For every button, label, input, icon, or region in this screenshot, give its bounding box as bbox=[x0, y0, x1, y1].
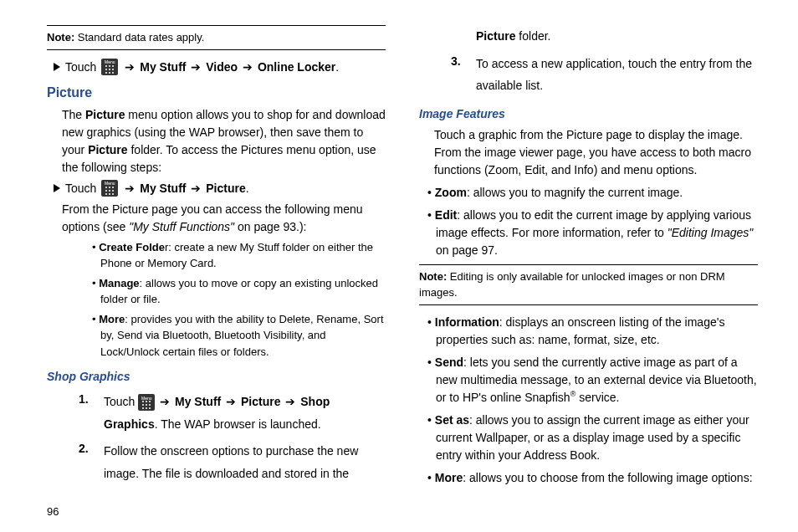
page-content: Note: Standard data rates apply. Touch M… bbox=[0, 0, 798, 510]
bullet-edit: • Edit: allows you to edit the current i… bbox=[427, 207, 758, 259]
period: . bbox=[335, 60, 339, 74]
bullet-zoom: • Zoom: allows you to magnify the curren… bbox=[427, 184, 758, 202]
step-3: 3. To access a new application, touch th… bbox=[451, 53, 758, 97]
image-features-list-2: • Information: displays an onscreen list… bbox=[427, 314, 758, 487]
menu-grid-icon: Menu bbox=[101, 59, 118, 75]
step-arrow-icon bbox=[54, 63, 60, 71]
arrow-sep: ➔ bbox=[187, 60, 204, 74]
bullet-send: • Send: lets you send the currently acti… bbox=[427, 354, 758, 407]
menu-grid-icon: Menu bbox=[101, 180, 118, 197]
arrow-sep: ➔ bbox=[187, 182, 204, 195]
nav-video: Video bbox=[206, 60, 238, 74]
picture-intro: The Picture menu option allows you to sh… bbox=[62, 106, 386, 176]
heading-image-features: Image Features bbox=[419, 105, 758, 123]
image-features-intro: Touch a graphic from the Picture page to… bbox=[434, 126, 758, 179]
page-number: 96 bbox=[47, 505, 59, 518]
nav-online-locker: Online Locker bbox=[258, 60, 335, 74]
bullet-set-as: • Set as: allows you to assign the curre… bbox=[427, 412, 758, 464]
bullet-manage: • Manage: allows you to move or copy an … bbox=[92, 275, 386, 308]
arrow-sep: ➔ bbox=[125, 182, 138, 195]
nav-mystuff: My Stuff bbox=[140, 182, 186, 195]
bullet-more-image: • More: allows you to choose from the fo… bbox=[427, 469, 758, 487]
ref-editing-images: "Editing Images" bbox=[668, 226, 754, 239]
touch-label: Touch bbox=[65, 180, 96, 197]
heading-shop-graphics: Shop Graphics bbox=[47, 368, 386, 386]
step-arrow-icon bbox=[54, 184, 60, 192]
arrow-sep: ➔ bbox=[125, 60, 138, 74]
bullet-information: • Information: displays an onscreen list… bbox=[427, 314, 758, 349]
note-editing-unlocked: Note: Editing is only available for unlo… bbox=[419, 264, 758, 305]
note-label: Note: bbox=[419, 270, 447, 283]
note-text: Editing is only available for unlocked i… bbox=[419, 270, 725, 299]
image-features-list-1: • Zoom: allows you to magnify the curren… bbox=[427, 184, 758, 259]
arrow-sep: ➔ bbox=[239, 60, 256, 74]
note-text: Standard data rates apply. bbox=[74, 31, 204, 43]
note-standard-data-rates: Note: Standard data rates apply. bbox=[47, 25, 386, 50]
picture-options-list: • Create Folder: create a new My Stuff f… bbox=[92, 239, 386, 361]
period: . bbox=[246, 182, 249, 195]
nav-step-online-locker: Touch Menu ➔ My Stuff ➔ Video ➔ Online L… bbox=[54, 59, 386, 76]
ref-mystuff-functions: "My Stuff Functions" bbox=[129, 220, 234, 233]
step-1: 1. Touch Menu ➔ My Stuff ➔ Picture ➔ Sho… bbox=[79, 391, 386, 435]
heading-picture: Picture bbox=[47, 83, 386, 103]
picture-options-intro: From the Picture page you can access the… bbox=[62, 201, 386, 236]
nav-mystuff: My Stuff bbox=[140, 60, 186, 74]
nav-picture: Picture bbox=[206, 182, 245, 195]
bullet-more: • More: provides you with the ability to… bbox=[92, 311, 386, 361]
note-label: Note: bbox=[47, 31, 74, 43]
bullet-create-folder: • Create Folder: create a new My Stuff f… bbox=[92, 239, 386, 272]
nav-step-picture: Touch Menu ➔ My Stuff ➔ Picture. bbox=[54, 180, 386, 197]
menu-grid-icon: Menu bbox=[138, 394, 155, 411]
touch-label: Touch bbox=[65, 59, 96, 76]
